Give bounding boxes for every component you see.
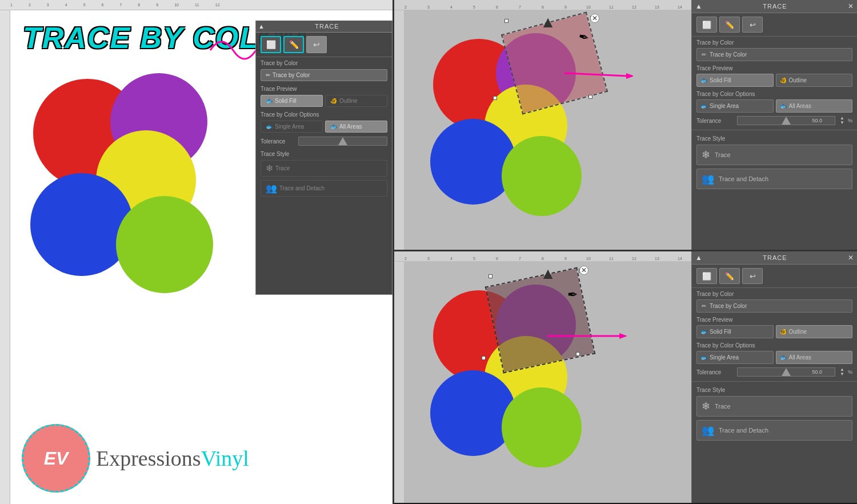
tpr-single-label-top: Single Area — [710, 103, 739, 109]
right-section: 2 3 4 5 6 7 8 9 10 11 12 13 14 — [394, 0, 857, 504]
all-areas-btn-left[interactable]: 🐟 All Areas — [325, 121, 387, 133]
tpr-fish-icon-top: 🐟 — [700, 77, 707, 83]
tpr-icons-bottom: ⬜ ✏️ ↩ — [692, 265, 857, 288]
trace-panel-top-right: ▲ TRACE ✕ ⬜ ✏️ ↩ Trace by Color ✏ Trace … — [691, 0, 857, 250]
tolerance-bar[interactable] — [298, 137, 387, 146]
tpr-all-areas-btn-top[interactable]: 🐟 All Areas — [776, 99, 853, 113]
tpr-outline-label-bottom: Outline — [789, 329, 807, 335]
ruler-tick: 7 — [119, 3, 122, 7]
tpr-tol-value-bottom: 50.0 — [812, 369, 823, 375]
tpr-close-top[interactable]: ✕ — [848, 2, 854, 10]
tolerance-label: Tolerance — [261, 138, 295, 145]
section-label-style: Trace Style — [256, 148, 392, 158]
trace-detach-btn-left[interactable]: 👥 Trace and Detach — [261, 180, 387, 197]
tpr-icon-magic-bottom[interactable]: ↩ — [742, 268, 763, 284]
tpr-solid-fill-btn-bottom[interactable]: 🐟 Solid Fill — [696, 325, 774, 338]
tpr-all-label-top: All Areas — [789, 103, 811, 109]
tpr-all-icon-top: 🐟 — [780, 103, 787, 109]
tpr-solid-fill-btn-top[interactable]: 🐟 Solid Fill — [696, 74, 774, 87]
tpr-trace-detach-btn-bottom[interactable]: 👥 Trace and Detach — [696, 420, 852, 441]
trace-panel-bottom-right: ▲ TRACE ✕ ⬜ ✏️ ↩ Trace by Color ✏ Trace … — [691, 251, 857, 503]
panel-title-text: TRACE — [265, 23, 390, 30]
ruler-top-bottom-right: 2 3 4 5 6 7 8 9 10 11 12 13 14 — [394, 251, 691, 262]
panel-chevron-icon: ▲ — [258, 23, 265, 30]
tpr-tol-value-top: 50.0 — [812, 118, 823, 123]
tpr-tol-down-icon: ▼ — [840, 121, 844, 125]
tpr-tbc-btn-top[interactable]: ✏ Trace by Color — [696, 48, 852, 61]
solid-fill-btn-left[interactable]: 🐟 Solid Fill — [261, 95, 323, 107]
tpr-single-label-bottom: Single Area — [710, 354, 739, 361]
bottom-right-panel: 2 3 4 5 6 7 8 9 10 11 12 13 14 — [394, 251, 857, 503]
tpr-outline-fish-icon-top: 🐠 — [780, 77, 787, 83]
tpr-single-icon-bottom: 🐟 — [700, 354, 707, 361]
br-circle-green — [502, 387, 582, 467]
tpr-trace-btn-top[interactable]: ❄ Trace — [696, 145, 852, 165]
panel-row-tbc: ✏ Trace by Color — [256, 67, 392, 83]
trace-panel-header: ▲ TRACE — [256, 21, 392, 33]
outline-btn-left[interactable]: 🐠 Outline — [325, 95, 387, 107]
tpr-outline-btn-top[interactable]: 🐠 Outline — [776, 74, 853, 87]
trace-by-color-btn-left[interactable]: ✏ Trace by Color — [261, 69, 387, 81]
br5: 6 — [486, 257, 508, 261]
tpr-tbc-label-top: Trace by Color — [710, 51, 747, 58]
r2: 3 — [417, 5, 440, 9]
trace-panel-left: ▲ TRACE ⬜ ✏️ ↩ Trace by Color ✏ Trace by… — [255, 21, 393, 295]
r8: 9 — [554, 5, 577, 9]
canvas-content-bottom: ▲ — [405, 262, 691, 503]
tpr-close-bottom[interactable]: ✕ — [848, 254, 854, 262]
sel-handle-bl-br — [576, 352, 580, 356]
tpr-tol-pct-top: % — [848, 118, 852, 123]
ruler-tick: 4 — [65, 3, 67, 7]
tpr-section-options-bottom: Trace by Color Options — [692, 339, 857, 350]
ruler-top-left: 1 2 3 4 5 6 7 8 9 10 11 12 — [0, 0, 393, 10]
tpr-tol-arrows-top[interactable]: ▲ ▼ — [840, 116, 844, 125]
tpr-single-area-btn-top[interactable]: 🐟 Single Area — [696, 99, 774, 113]
tpr-tol-triangle-top — [782, 117, 791, 125]
close-selection-icon[interactable]: ✕ — [590, 14, 599, 23]
tpr-single-area-btn-bottom[interactable]: 🐟 Single Area — [696, 351, 774, 364]
close-selection-bottom-icon[interactable]: ✕ — [579, 266, 588, 275]
tpr-divider1-bottom — [692, 381, 857, 382]
trace-label: Trace — [275, 165, 290, 171]
solid-fill-label: Solid Fill — [275, 98, 297, 104]
tpr-tbc-btn-bottom[interactable]: ✏ Trace by Color — [696, 299, 852, 313]
panel-icon-pen[interactable]: ✏️ — [283, 36, 304, 53]
panel-icon-magic[interactable]: ↩ — [306, 36, 327, 53]
main-layout: 1 2 3 4 5 6 7 8 9 10 11 12 TRACE BY COLO… — [0, 0, 857, 504]
tpr-icon-square-bottom[interactable]: ⬜ — [696, 268, 717, 284]
section-label-options: Trace by Color Options — [256, 109, 392, 119]
ruler-side-left — [0, 10, 10, 504]
tpr-outline-btn-bottom[interactable]: 🐠 Outline — [776, 325, 853, 338]
tpr-trace-btn-bottom[interactable]: ❄ Trace — [696, 396, 852, 417]
tpr-single-icon-top: 🐟 — [700, 103, 707, 109]
tpr-icon-pen-top[interactable]: ✏️ — [719, 17, 740, 33]
trace-btn-left[interactable]: ❄ Trace — [261, 160, 387, 177]
tpr-tol-label-top: Tolerance — [696, 118, 734, 124]
tpr-icon-square-top[interactable]: ⬜ — [696, 17, 717, 33]
panel-icon-square[interactable]: ⬜ — [261, 36, 281, 53]
single-area-label: Single Area — [275, 123, 304, 130]
tolerance-triangle-icon — [338, 137, 347, 145]
trace-detach-label: Trace and Detach — [279, 185, 325, 191]
tpr-tol-arrows-bottom[interactable]: ▲ ▼ — [840, 367, 844, 377]
outline-label: Outline — [339, 98, 358, 104]
tpr-all-icon-bottom: 🐟 — [780, 354, 787, 361]
tbc-btn-label: Trace by Color — [273, 72, 310, 78]
tpr-tol-bar-bottom[interactable]: 50.0 — [737, 367, 835, 377]
single-area-btn-left[interactable]: 🐟 Single Area — [261, 121, 323, 133]
ruler-side-bottom-right — [394, 262, 405, 503]
tpr-trace-detach-btn-top[interactable]: 👥 Trace and Detach — [696, 169, 852, 189]
nav-arrow-up-bottom: ▲ — [540, 265, 556, 283]
tpr-icon-magic-top[interactable]: ↩ — [742, 17, 763, 33]
ruler-tick: 6 — [102, 3, 104, 7]
tpr-all-areas-btn-bottom[interactable]: 🐟 All Areas — [776, 351, 853, 364]
tr-circle-blue — [430, 119, 516, 205]
tpr-icon-pen-bottom[interactable]: ✏️ — [719, 268, 740, 284]
br10: 11 — [600, 257, 623, 261]
r1: 2 — [394, 5, 417, 9]
tpr-header-bottom: ▲ TRACE ✕ — [692, 251, 857, 265]
tpr-tol-bar-top[interactable]: 50.0 — [737, 116, 835, 125]
tpr-section-options-top: Trace by Color Options — [692, 88, 857, 98]
nav-arrow-up-top: ▲ — [540, 13, 556, 31]
single-area-icon: 🐟 — [266, 123, 273, 130]
